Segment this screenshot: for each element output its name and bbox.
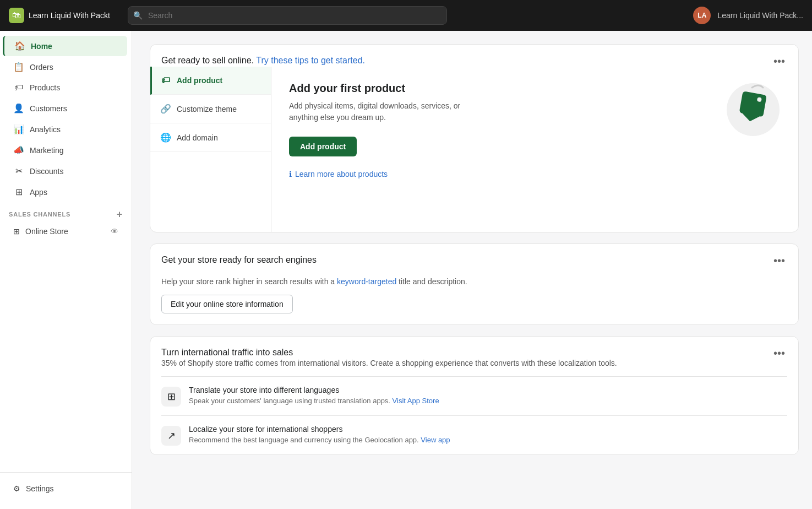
tips-item-add-product-label: Add product: [177, 76, 222, 85]
international-card: Turn international traffic into sales ••…: [150, 336, 799, 455]
tips-left-nav: 🏷 Add product 🔗 Customize theme 🌐 Add do…: [150, 67, 271, 232]
learn-more-label: Learn more about products: [295, 170, 388, 178]
tips-item-customize-theme[interactable]: 🔗 Customize theme: [150, 95, 271, 123]
home-icon: 🏠: [14, 41, 25, 51]
localize-desc-plain: Recommend the best language and currency…: [189, 436, 421, 444]
translate-desc: Speak your customers' language using tru…: [189, 396, 787, 406]
add-sales-channel-button[interactable]: +: [117, 209, 123, 219]
international-card-title: Turn international traffic into sales: [161, 348, 293, 358]
international-card-body: 35% of Shopify store traffic comes from …: [150, 359, 798, 454]
seo-card-title: Get your store ready for search engines: [161, 255, 317, 265]
customize-theme-icon: 🔗: [160, 104, 171, 114]
localize-icon: ↗: [161, 426, 181, 446]
seo-card-description: Help your store rank higher in search re…: [161, 277, 787, 286]
tag-svg: [726, 82, 781, 137]
sidebar-item-home-label: Home: [31, 42, 52, 51]
sidebar-item-analytics-label: Analytics: [30, 125, 61, 134]
sidebar-item-customers[interactable]: 👤 Customers: [4, 98, 127, 118]
eye-icon[interactable]: 👁: [111, 227, 118, 236]
marketing-icon: 📣: [13, 145, 24, 155]
sidebar-item-apps-label: Apps: [30, 188, 47, 197]
product-tag-visual: [726, 82, 781, 137]
seo-desc-suffix: title and description.: [396, 277, 467, 286]
add-product-icon: 🏷: [160, 75, 171, 85]
tips-right-content: Add your first product Add physical item…: [271, 67, 798, 232]
sidebar-item-discounts[interactable]: ✂ Discounts: [4, 161, 127, 181]
seo-card-body: Help your store rank higher in search re…: [150, 266, 798, 324]
international-card-menu-button[interactable]: •••: [771, 348, 787, 359]
sidebar-item-discounts-label: Discounts: [30, 167, 63, 176]
sales-channels-section: SALES CHANNELS +: [0, 203, 132, 221]
sidebar-item-apps[interactable]: ⊞ Apps: [4, 182, 127, 202]
online-store-icon: ⊞: [13, 227, 20, 236]
sidebar-item-settings[interactable]: ⚙ Settings: [4, 479, 127, 498]
localize-link[interactable]: View app: [421, 436, 450, 444]
store-logo-area: 🛍 Learn Liquid With Packt: [9, 8, 119, 23]
tips-title-highlight: Try these tips to get started.: [256, 56, 365, 65]
top-header: 🛍 Learn Liquid With Packt 🔍 LA Learn Liq…: [0, 0, 812, 31]
intl-item-localize: ↗ Localize your store for international …: [161, 415, 787, 454]
header-store-name: Learn Liquid With Pack...: [717, 11, 803, 20]
main-content: Get ready to sell online. Try these tips…: [132, 31, 812, 509]
sidebar-item-products[interactable]: 🏷 Products: [4, 78, 127, 98]
app-layout: 🏠 Home 📋 Orders 🏷 Products 👤 Customers 📊…: [0, 31, 812, 509]
apps-icon: ⊞: [13, 187, 24, 197]
sidebar-footer: ⚙ Settings: [0, 472, 132, 505]
sidebar-item-products-label: Products: [30, 83, 60, 92]
sidebar-item-marketing-label: Marketing: [30, 146, 63, 155]
sidebar-item-orders-label: Orders: [30, 63, 53, 72]
online-store-label: Online Store: [25, 227, 68, 236]
translate-content: Translate your store into different lang…: [189, 386, 787, 406]
sales-channels-label: SALES CHANNELS: [9, 211, 70, 218]
localize-desc: Recommend the best language and currency…: [189, 435, 787, 445]
store-name-header: Learn Liquid With Packt: [29, 11, 110, 20]
analytics-icon: 📊: [13, 124, 24, 134]
sidebar-item-customers-label: Customers: [30, 104, 67, 113]
tips-item-add-domain-label: Add domain: [177, 133, 218, 142]
seo-desc-link[interactable]: keyword-targeted: [337, 277, 396, 286]
orders-icon: 📋: [13, 62, 24, 72]
sidebar-item-marketing[interactable]: 📣 Marketing: [4, 140, 127, 160]
settings-icon: ⚙: [13, 484, 20, 493]
avatar[interactable]: LA: [693, 7, 711, 24]
localize-title: Localize your store for international sh…: [189, 425, 787, 434]
sidebar-item-analytics[interactable]: 📊 Analytics: [4, 119, 127, 139]
seo-card-header: Get your store ready for search engines …: [150, 244, 798, 266]
shopify-logo-icon: 🛍: [9, 8, 24, 23]
sidebar-item-orders[interactable]: 📋 Orders: [4, 57, 127, 77]
tips-card: Get ready to sell online. Try these tips…: [150, 44, 799, 232]
international-card-header: Turn international traffic into sales ••…: [150, 337, 798, 359]
translate-desc-plain: Speak your customers' language using tru…: [189, 397, 393, 405]
tips-card-header: Get ready to sell online. Try these tips…: [150, 45, 798, 67]
translate-title: Translate your store into different lang…: [189, 386, 787, 394]
tips-item-customize-theme-label: Customize theme: [177, 105, 237, 113]
add-domain-icon: 🌐: [160, 132, 171, 143]
tips-card-title: Get ready to sell online. Try these tips…: [161, 56, 365, 66]
translate-icon: ⊞: [161, 387, 181, 407]
tips-item-add-product[interactable]: 🏷 Add product: [150, 67, 271, 95]
edit-online-store-button[interactable]: Edit your online store information: [161, 295, 293, 313]
settings-label: Settings: [26, 484, 54, 493]
seo-card: Get your store ready for search engines …: [150, 243, 799, 325]
sidebar: 🏠 Home 📋 Orders 🏷 Products 👤 Customers 📊…: [0, 31, 132, 509]
search-input[interactable]: [128, 6, 447, 25]
international-card-description: 35% of Shopify store traffic comes from …: [161, 359, 787, 376]
translate-link[interactable]: Visit App Store: [393, 397, 439, 405]
learn-more-products-link[interactable]: ℹ Learn more about products: [289, 170, 781, 178]
add-product-button[interactable]: Add product: [289, 137, 357, 156]
seo-desc-plain: Help your store rank higher in search re…: [161, 277, 337, 286]
sidebar-nav: 🏠 Home 📋 Orders 🏷 Products 👤 Customers 📊…: [0, 35, 132, 472]
info-icon: ℹ: [289, 170, 292, 178]
seo-card-menu-button[interactable]: •••: [771, 255, 787, 266]
sidebar-item-online-store[interactable]: ⊞ Online Store 👁: [4, 222, 127, 241]
discounts-icon: ✂: [13, 166, 24, 176]
products-icon: 🏷: [13, 83, 24, 93]
tips-product-desc: Add physical items, digital downloads, s…: [289, 100, 487, 123]
tips-product-title: Add your first product: [289, 82, 487, 95]
tips-item-add-domain[interactable]: 🌐 Add domain: [150, 123, 271, 152]
online-store-left: ⊞ Online Store: [13, 227, 68, 236]
intl-item-translate: ⊞ Translate your store into different la…: [161, 376, 787, 415]
sidebar-item-home[interactable]: 🏠 Home: [3, 36, 127, 56]
tips-card-menu-button[interactable]: •••: [771, 56, 787, 67]
header-right: LA Learn Liquid With Pack...: [693, 7, 803, 24]
